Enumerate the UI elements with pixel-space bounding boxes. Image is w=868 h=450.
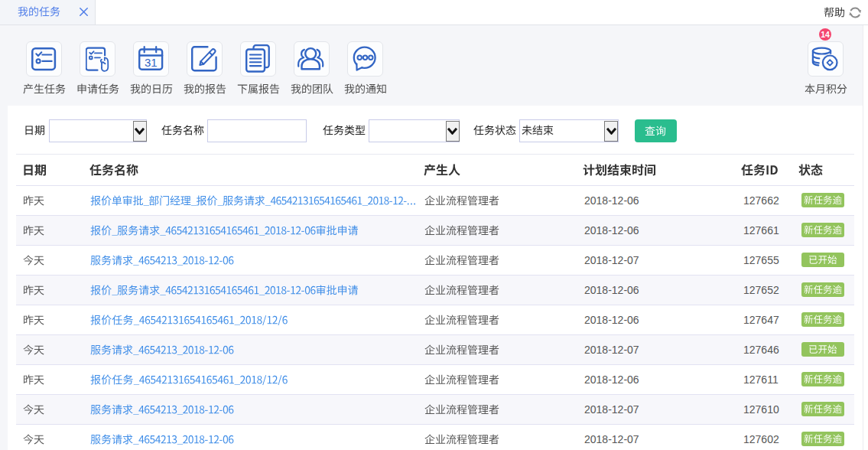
svg-text:31: 31 bbox=[145, 56, 158, 69]
